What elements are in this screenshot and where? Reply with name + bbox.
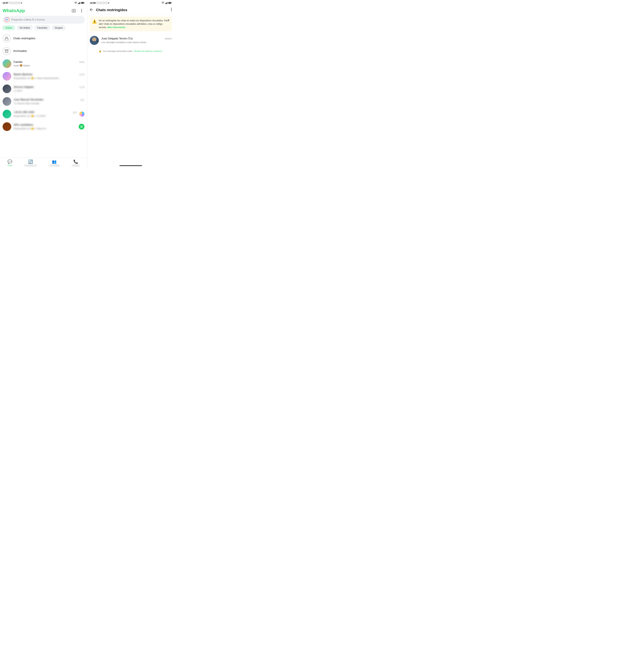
contact-item-juan[interactable]: Juan Delgado Terrón (Tú) 28/8/24 Los men… bbox=[87, 34, 174, 47]
chat-item-marito[interactable]: Marito Martínez 13:00 Respondiste con 😊 … bbox=[0, 70, 87, 83]
left-status-right-icons bbox=[74, 2, 85, 4]
encryption-link[interactable]: cifrados de extremo a extremo. bbox=[134, 50, 163, 52]
left-time: 14:07 bbox=[3, 2, 8, 4]
threads-icon-r3 bbox=[102, 2, 105, 4]
chat-top-nino: Niño candidatos bbox=[13, 123, 76, 127]
avatar-nino bbox=[3, 122, 11, 131]
chat-time-juanmanuel: ayer bbox=[81, 99, 85, 101]
badge-multicolor bbox=[79, 111, 85, 116]
meta-ai-icon bbox=[5, 17, 9, 22]
chat-top-number: +34 61 000 1000 ayer bbox=[13, 111, 77, 114]
svg-rect-10 bbox=[166, 3, 166, 4]
svg-rect-24 bbox=[5, 50, 8, 53]
signal-icon-left bbox=[78, 2, 81, 4]
camera-button[interactable] bbox=[71, 8, 77, 13]
contact-preview-juan: Los mensajes enviados a este mismo númer… bbox=[101, 41, 148, 44]
nav-item-updates[interactable]: 🔄 Actualizaciones bbox=[21, 158, 40, 167]
warning-close-button[interactable]: ✕ bbox=[167, 18, 170, 22]
chat-preview-simona: ¿Y bien? bbox=[13, 90, 22, 92]
battery-icon-right bbox=[168, 2, 172, 4]
more-options-button[interactable] bbox=[79, 8, 85, 13]
chat-time-number: ayer bbox=[73, 111, 77, 113]
avatar-marito bbox=[3, 72, 11, 81]
chat-item-number[interactable]: +34 61 000 1000 ayer Respondiste con 😊 a… bbox=[0, 108, 87, 121]
svg-rect-7 bbox=[81, 2, 84, 4]
bottom-nav: 💬 Chats 🔄 Actualizaciones 👥 Comunidades … bbox=[0, 158, 87, 168]
home-indicator bbox=[87, 163, 174, 168]
threads-icon-2 bbox=[12, 2, 14, 4]
back-button[interactable] bbox=[90, 8, 93, 12]
chat-top-simona: Simona Salgado 11:48 bbox=[13, 86, 85, 89]
svg-rect-6 bbox=[84, 3, 85, 3]
contact-date-juan: 28/8/24 bbox=[165, 38, 172, 40]
right-status-bar: 14:08 bbox=[87, 0, 174, 6]
chat-preview-juanmanuel: Tú: Buenos días mensaje... bbox=[13, 102, 41, 105]
chat-item-familia[interactable]: Familia 13:51 Israel 🐯 Sticker bbox=[0, 57, 87, 70]
svg-rect-1 bbox=[78, 3, 78, 4]
tab-todos[interactable]: Todos bbox=[2, 25, 15, 30]
right-more-options-button[interactable] bbox=[171, 8, 172, 12]
svg-point-19 bbox=[81, 12, 82, 12]
svg-rect-11 bbox=[166, 2, 167, 4]
svg-point-17 bbox=[81, 9, 82, 10]
calls-nav-label: Llamadas bbox=[72, 164, 80, 166]
svg-rect-2 bbox=[79, 3, 79, 4]
chat-name-simona: Simona Salgado bbox=[13, 86, 34, 89]
threads-icon-r2 bbox=[99, 2, 102, 4]
chats-restringidos-item[interactable]: Chats restringidos bbox=[0, 32, 87, 45]
right-panel: Chats restringidos ⚠️ No se restringirán… bbox=[87, 6, 174, 168]
threads-icon-r4 bbox=[105, 2, 108, 4]
updates-nav-label: Actualizaciones bbox=[24, 164, 37, 166]
chat-name-familia: Familia bbox=[13, 60, 22, 64]
svg-point-18 bbox=[81, 10, 82, 11]
wifi-icon-left bbox=[74, 2, 77, 4]
chat-preview-familia: Israel 🐯 Sticker bbox=[13, 64, 85, 67]
chat-item-simona[interactable]: Simona Salgado 11:48 ¿Y bien? bbox=[0, 83, 87, 95]
svg-point-21 bbox=[7, 19, 7, 20]
svg-point-0 bbox=[75, 4, 76, 4]
right-status-right-icons bbox=[161, 2, 172, 4]
left-panel-header: WhatsApp bbox=[0, 6, 87, 15]
svg-rect-25 bbox=[81, 126, 83, 128]
tab-favoritos[interactable]: Favoritos bbox=[35, 25, 50, 30]
archivados-item[interactable]: Archivados bbox=[0, 45, 87, 57]
contact-avatar-juan bbox=[90, 36, 99, 45]
preview-text-familia: Israel 🐯 Sticker bbox=[13, 64, 30, 67]
avatar-juanmanuel bbox=[3, 97, 11, 106]
svg-point-28 bbox=[171, 10, 172, 11]
right-panel-header: Chats restringidos bbox=[87, 6, 174, 14]
avatar-number bbox=[3, 110, 11, 118]
left-panel: WhatsApp bbox=[0, 6, 87, 168]
chat-content-simona: Simona Salgado 11:48 ¿Y bien? bbox=[13, 86, 85, 92]
search-bar[interactable]: Preguntar a Meta AI o buscar bbox=[2, 16, 85, 23]
chat-name-nino: Niño candidatos bbox=[13, 123, 33, 127]
warning-text: No se restringirán los chats en todos tu… bbox=[99, 19, 169, 29]
chat-time-familia: 13:51 bbox=[79, 61, 85, 63]
warning-link[interactable]: Más información bbox=[108, 26, 125, 29]
chats-restringidos-label: Chats restringidos bbox=[13, 37, 35, 40]
battery-icon-left bbox=[81, 2, 85, 4]
chat-item-nino[interactable]: Niño candidatos Respondiste con 😊 a "htt… bbox=[0, 121, 87, 133]
updates-nav-icon: 🔄 bbox=[28, 159, 33, 164]
tab-grupos[interactable]: Grupos bbox=[52, 25, 65, 30]
tab-no-leidos[interactable]: No leídos bbox=[17, 25, 33, 30]
svg-rect-9 bbox=[165, 3, 165, 4]
chat-content-number: +34 61 000 1000 ayer Respondiste con 😊 a… bbox=[13, 111, 77, 117]
encryption-notice: 🔒 Tus mensajes personales están cifrados… bbox=[87, 47, 174, 55]
chat-item-juanmanuel[interactable]: Juan Manuel Hernández ayer Tú: Buenos dí… bbox=[0, 95, 87, 108]
threads-icon-1 bbox=[9, 2, 12, 4]
svg-point-27 bbox=[171, 9, 172, 10]
nav-item-chats[interactable]: 💬 Chats bbox=[4, 158, 15, 167]
svg-point-26 bbox=[171, 8, 172, 9]
chat-time-simona: 11:48 bbox=[79, 86, 85, 88]
nav-item-communities[interactable]: 👥 Comunidades bbox=[46, 158, 63, 167]
chat-top-marito: Marito Martínez 13:00 bbox=[13, 73, 85, 76]
svg-rect-12 bbox=[167, 2, 167, 4]
badge-green bbox=[79, 124, 85, 130]
chat-name-juanmanuel: Juan Manuel Hernández bbox=[13, 98, 43, 101]
nav-item-calls[interactable]: 📞 Llamadas bbox=[69, 158, 83, 167]
avatar-familia bbox=[3, 59, 11, 68]
chat-top-juanmanuel: Juan Manuel Hernández ayer bbox=[13, 98, 85, 101]
contact-info-juan: Juan Delgado Terrón (Tú) 28/8/24 Los men… bbox=[101, 37, 172, 44]
chats-nav-icon: 💬 bbox=[7, 159, 12, 164]
